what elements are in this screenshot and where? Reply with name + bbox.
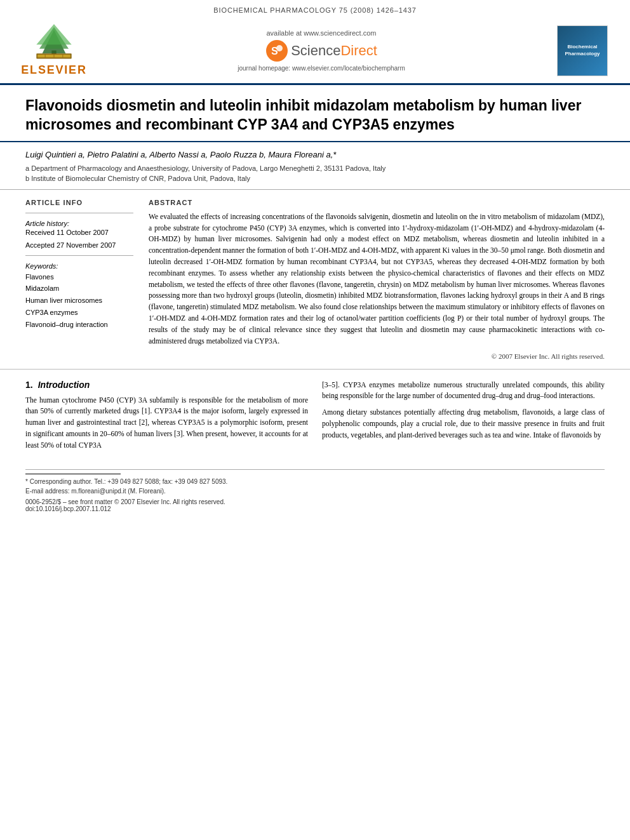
section-heading: 1. Introduction (25, 380, 308, 390)
affiliation-b: b Institute of Biomolecular Chemistry of… (25, 173, 605, 184)
abstract-title: ABSTRACT (149, 199, 605, 206)
history-label: Article history: (25, 220, 133, 227)
keyword-2: Midazolam (25, 283, 133, 295)
keyword-4: CYP3A enzymes (25, 307, 133, 319)
keyword-5: Flavonoid–drug interaction (25, 319, 133, 331)
keyword-1: Flavones (25, 271, 133, 283)
available-at-text: available at www.sciencedirect.com (266, 29, 376, 37)
article-info-title: ARTICLE INFO (25, 199, 133, 206)
footnote-bar (25, 474, 121, 474)
col-right: [3–5]. CYP3A enzymes metabolize numerous… (322, 380, 605, 457)
email-address: E-mail address: m.floreani@unipd.it (M. … (25, 486, 605, 496)
affiliation-a: a Department of Pharmacology and Anaesth… (25, 163, 605, 174)
sd-icon: S (265, 39, 288, 62)
abstract-text: We evaluated the effects of increasing c… (149, 211, 605, 347)
article-title: Flavonoids diosmetin and luteolin inhibi… (25, 97, 605, 135)
elsevier-tree-icon (29, 24, 79, 62)
intro-paragraph-1: The human cytochrome P450 (CYP) 3A subfa… (25, 395, 308, 451)
logo-bar: ELSEVIER available at www.sciencedirect.… (0, 18, 630, 85)
corresponding-author: * Corresponding author. Tel.: +39 049 82… (25, 477, 605, 486)
intro-paragraph-2: [3–5]. CYP3A enzymes metabolize numerous… (322, 380, 605, 403)
sciencedirect-center: available at www.sciencedirect.com S Sci… (89, 29, 554, 72)
main-content: 1. Introduction The human cytochrome P45… (0, 370, 630, 463)
keyword-3: Human liver microsomes (25, 295, 133, 307)
elsevier-logo: ELSEVIER (19, 24, 89, 77)
abstract-section: ABSTRACT We evaluated the effects of inc… (149, 199, 605, 360)
elsevier-text: ELSEVIER (21, 63, 86, 77)
page-bottom: 0006-2952/$ – see front matter © 2007 El… (0, 496, 630, 516)
intro-paragraph-3: Among dietary substances potentially aff… (322, 407, 605, 441)
doi-text: doi:10.1016/j.bcp.2007.11.012 (25, 505, 605, 512)
section-number: 1. (25, 380, 33, 390)
direct-text: Direct (340, 43, 377, 58)
section-title: Introduction (38, 380, 90, 390)
journal-logo-text: Biochemical Pharmacology (565, 44, 600, 57)
issn-text: 0006-2952/$ – see front matter © 2007 El… (25, 498, 605, 505)
authors: Luigi Quintieri a, Pietro Palatini a, Al… (25, 150, 605, 159)
copyright-text: © 2007 Elsevier Inc. All rights reserved… (149, 352, 605, 360)
accepted-date: Accepted 27 November 2007 (25, 241, 133, 249)
keywords-list: Flavones Midazolam Human liver microsome… (25, 271, 133, 330)
journal-header: BIOCHEMICAL PHARMACOLOGY 75 (2008) 1426–… (0, 0, 630, 18)
svg-marker-3 (36, 24, 71, 44)
article-info: ARTICLE INFO Article history: Received 1… (25, 199, 133, 360)
journal-logo-box: Biochemical Pharmacology (557, 25, 608, 76)
received-date: Received 11 October 2007 (25, 229, 133, 236)
journal-header-text: BIOCHEMICAL PHARMACOLOGY 75 (2008) 1426–… (213, 6, 416, 14)
article-page: BIOCHEMICAL PHARMACOLOGY 75 (2008) 1426–… (0, 0, 630, 840)
homepage-url: journal homepage: www.elsevier.com/locat… (238, 65, 405, 72)
authors-section: Luigi Quintieri a, Pietro Palatini a, Al… (0, 142, 630, 190)
footnote-section: * Corresponding author. Tel.: +39 049 82… (25, 469, 605, 496)
journal-logo: Biochemical Pharmacology (554, 25, 611, 76)
divider-1 (25, 213, 133, 213)
sciencedirect-logo: S ScienceDirect (265, 39, 377, 62)
divider-2 (25, 255, 133, 256)
col-left: 1. Introduction The human cytochrome P45… (25, 380, 308, 457)
article-title-section: Flavonoids diosmetin and luteolin inhibi… (0, 85, 630, 142)
svg-point-11 (276, 45, 283, 51)
keywords-label: Keywords: (25, 262, 133, 270)
science-text: Science (291, 43, 340, 58)
article-body: ARTICLE INFO Article history: Received 1… (0, 190, 630, 370)
